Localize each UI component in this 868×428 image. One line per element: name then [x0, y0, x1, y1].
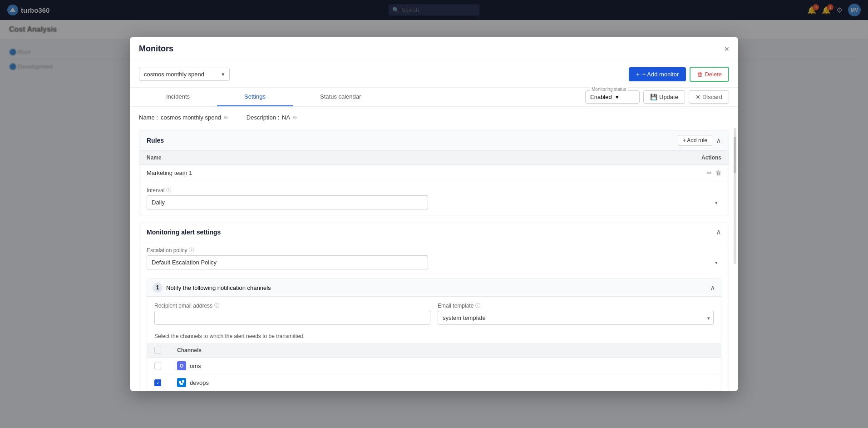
- interval-row: Interval ⓘ Daily Weekly Monthly ▾: [139, 181, 729, 215]
- modal-overlay: Monitors × cosmos monthly spend ▾ + + Ad…: [0, 0, 868, 428]
- email-template-col: Email template ⓘ system template ▾: [438, 302, 714, 325]
- desc-value: NA: [282, 114, 290, 121]
- notification-collapse-icon[interactable]: ∧: [710, 284, 715, 292]
- email-template-select[interactable]: system template: [438, 311, 714, 325]
- interval-info-icon: ⓘ: [166, 187, 171, 194]
- monitoring-status-group: Monitoring status Enabled ▾ 💾 Update ✕ D…: [585, 90, 729, 104]
- devops-channel-cell: devops: [170, 374, 721, 391]
- rules-col-actions: Actions: [514, 151, 729, 165]
- recipient-email-col: Recipient email address ⓘ: [154, 302, 430, 325]
- chevron-down-icon: ▾: [715, 199, 718, 205]
- interval-label: Interval ⓘ: [147, 187, 721, 194]
- email-fields-row: Recipient email address ⓘ Email template…: [147, 297, 721, 330]
- scrollbar-thumb[interactable]: [734, 137, 736, 173]
- update-button[interactable]: 💾 Update: [643, 90, 685, 104]
- tab-settings[interactable]: Settings: [217, 88, 293, 106]
- monitor-actions: + + Add monitor 🗑 Delete: [629, 67, 729, 82]
- desc-label: Description :: [247, 114, 279, 121]
- svg-rect-2: [182, 380, 184, 383]
- monitor-selector-row: cosmos monthly spend ▾ + + Add monitor 🗑…: [130, 61, 738, 88]
- snow-checkbox-cell: ✓: [147, 391, 170, 392]
- tab-incidents[interactable]: Incidents: [139, 88, 217, 106]
- modal-header: Monitors ×: [130, 37, 738, 61]
- escalation-info-icon: ⓘ: [189, 247, 194, 254]
- alert-collapse-icon[interactable]: ∧: [716, 228, 721, 236]
- select-all-checkbox[interactable]: [154, 347, 161, 353]
- rules-section-header: Rules + Add rule ∧: [139, 130, 729, 151]
- discard-button[interactable]: ✕ Discard: [689, 90, 729, 104]
- edit-rule-icon[interactable]: ✏: [707, 169, 712, 176]
- add-monitor-button[interactable]: + + Add monitor: [629, 67, 686, 81]
- channels-col-check: [147, 343, 170, 358]
- devops-logo: [177, 378, 186, 387]
- rules-section: Rules + Add rule ∧ Name Actions: [139, 130, 729, 215]
- delete-rule-icon[interactable]: 🗑: [715, 169, 721, 176]
- close-button[interactable]: ×: [724, 45, 729, 53]
- escalation-label: Escalation policy ⓘ: [147, 247, 721, 254]
- oms-checkbox[interactable]: [154, 363, 161, 369]
- rules-section-title: Rules: [147, 137, 164, 144]
- chevron-down-icon: ▾: [616, 94, 619, 100]
- delete-button[interactable]: 🗑 Delete: [690, 67, 729, 82]
- channels-info: Select the channels to which the alert n…: [147, 330, 721, 343]
- monitors-modal: Monitors × cosmos monthly spend ▾ + + Ad…: [130, 37, 738, 391]
- oms-channel-name: oms: [190, 363, 201, 369]
- interval-select-wrapper: Daily Weekly Monthly ▾: [147, 195, 721, 209]
- alert-section-header: Monitoring alert settings ∧: [139, 223, 729, 241]
- tab-status-calendar[interactable]: Status calendar: [293, 88, 388, 106]
- notification-header: 1 Notify the following notification chan…: [147, 279, 721, 297]
- add-rule-button[interactable]: + Add rule: [678, 135, 712, 146]
- rule-name-cell: Marketing team 1: [139, 165, 514, 181]
- interval-select[interactable]: Daily Weekly Monthly: [147, 195, 428, 209]
- chevron-down-icon: ▾: [222, 71, 225, 78]
- email-info-icon: ⓘ: [214, 302, 219, 309]
- devops-channel-name: devops: [190, 379, 209, 386]
- x-icon: ✕: [695, 94, 700, 100]
- monitoring-status-label: Monitoring status: [590, 87, 628, 92]
- monitoring-status-dropdown[interactable]: Enabled ▾: [585, 90, 640, 104]
- rule-actions-cell: ✏ 🗑: [514, 165, 729, 181]
- name-label: Name :: [139, 114, 158, 121]
- recipient-email-input[interactable]: [154, 311, 430, 325]
- rules-section-actions: + Add rule ∧: [678, 135, 721, 146]
- edit-name-icon[interactable]: ✏: [224, 114, 228, 121]
- escalation-select[interactable]: Default Escalation Policy: [147, 255, 428, 269]
- monitoring-status-value: Enabled: [590, 94, 612, 100]
- oms-checkbox-cell: [147, 358, 170, 374]
- list-item: O oms: [147, 358, 721, 374]
- rules-col-name: Name: [139, 151, 514, 165]
- svg-rect-3: [180, 383, 183, 385]
- channels-table: Channels O oms: [147, 343, 721, 391]
- devops-checkbox[interactable]: ✓: [154, 379, 161, 386]
- list-item: ✓: [147, 374, 721, 391]
- escalation-policy-row: Escalation policy ⓘ Default Escalation P…: [139, 241, 729, 275]
- name-value: cosmos monthly spend: [161, 114, 221, 121]
- devops-checkbox-cell: ✓: [147, 374, 170, 391]
- add-icon: +: [636, 71, 640, 78]
- modal-body: Name : cosmos monthly spend ✏ Descriptio…: [130, 107, 738, 391]
- collapse-icon[interactable]: ∧: [716, 136, 721, 145]
- template-info-icon: ⓘ: [475, 302, 480, 309]
- monitoring-status-select: Monitoring status Enabled ▾: [585, 90, 640, 104]
- table-row: Marketing team 1 ✏ 🗑: [139, 165, 729, 181]
- monitor-dropdown[interactable]: cosmos monthly spend ▾: [139, 68, 230, 81]
- devops-channel-row: devops: [177, 378, 714, 387]
- name-desc-row: Name : cosmos monthly spend ✏ Descriptio…: [139, 114, 729, 121]
- oms-channel-cell: O oms: [170, 358, 721, 374]
- monitor-dropdown-value: cosmos monthly spend: [144, 71, 204, 78]
- snow-channel-cell: now servinow: [170, 391, 721, 392]
- notification-title: Notify the following notification channe…: [166, 284, 271, 291]
- scrollbar-track: [734, 128, 736, 264]
- trash-icon: 🗑: [697, 71, 703, 78]
- oms-channel-row: O oms: [177, 361, 714, 370]
- name-field: Name : cosmos monthly spend ✏: [139, 114, 228, 121]
- notification-title-row: 1 Notify the following notification chan…: [153, 283, 271, 293]
- escalation-select-wrapper: Default Escalation Policy ▾: [147, 255, 721, 269]
- email-template-label: Email template ⓘ: [438, 302, 714, 309]
- save-icon: 💾: [650, 94, 657, 100]
- recipient-email-label: Recipient email address ⓘ: [154, 302, 430, 309]
- tabs-row: Incidents Settings Status calendar Monit…: [130, 88, 738, 107]
- modal-title: Monitors: [139, 44, 173, 54]
- edit-desc-icon[interactable]: ✏: [293, 114, 297, 121]
- chevron-down-icon: ▾: [715, 259, 718, 265]
